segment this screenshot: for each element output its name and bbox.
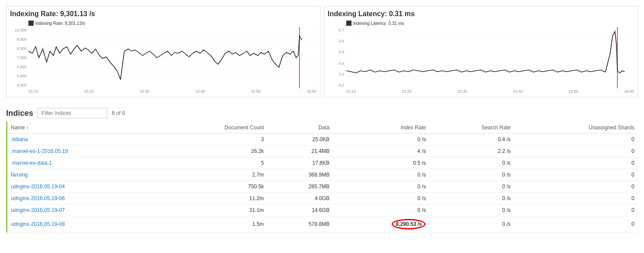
cell-search-rate: 0 /s [429,169,514,181]
cell-data: 14.6GB [267,204,333,216]
x-label-lat-1: 15:20 [402,89,412,94]
indices-table: Name ↕ Document Count Data Index Rate Se… [6,122,638,232]
cell-data: 17.8KB [267,157,333,169]
y-lat-5: 0.2 [328,83,344,87]
index-link[interactable]: .marvel-es-data-1 [11,160,52,166]
y-lat-0: 0.7 [328,28,344,32]
y-label-6: 4,000 [10,83,27,87]
cell-index-rate: 0 /s [333,134,430,146]
x-label-rate-1: 15:20 [84,89,94,94]
table-row: udnginx-2016.05.19-08 1.5m 578.8MB 9,290… [7,216,638,232]
legend-box-latency [346,21,351,26]
cell-search-rate: 0 /s [429,181,514,193]
index-link[interactable]: udnginx-2016.05.19-06 [11,195,65,201]
index-link[interactable]: udnginx-2016.05.19-04 [11,184,65,190]
cell-name: udnginx-2016.05.19-07 [7,204,159,216]
indexing-latency-chart: Indexing Latency: 0.31 ms Indexing Laten… [324,6,638,97]
cell-doc-count: 1.5m [158,216,267,232]
x-label-rate-0: 15:10 [28,89,38,94]
charts-section: Indexing Rate: 9,301.13 /s Indexing Rate… [0,0,644,104]
col-name[interactable]: Name ↕ [7,122,159,134]
cell-name: fanxing [7,169,159,181]
col-name-label: Name [11,125,25,131]
indexing-rate-chart-inner: 10,000 9,000 8,000 7,000 6,000 5,000 4,0… [10,27,317,88]
filter-indices-input[interactable] [38,108,107,118]
indices-table-body: .kibana 3 25.0KB 0 /s 0.4 /s 0 .marvel-e… [7,134,638,232]
legend-box-rate [28,21,34,26]
x-label-rate-4: 15:50 [251,89,261,94]
indexing-rate-legend: Indexing Rate: 9,301.13/s [28,21,317,26]
indices-count: 8 of 8 [112,110,125,116]
table-row: .marvel-es-1-2016.05.19 26.2k 21.4MB 4 /… [7,146,638,157]
indexing-rate-title: Indexing Rate: 9,301.13 /s [10,10,317,18]
cell-unassigned-shards: 0 [514,181,638,193]
x-label-lat-4: 15:50 [568,89,579,94]
y-axis-rate: 10,000 9,000 8,000 7,000 6,000 5,000 4,0… [10,27,27,88]
y-label-4: 6,000 [10,65,27,69]
y-lat-2: 0.5 [328,50,344,54]
index-link[interactable]: udnginx-2016.05.19-07 [11,207,65,213]
y-label-0: 10,000 [10,28,27,32]
indices-header-row: Name ↕ Document Count Data Index Rate Se… [7,122,638,134]
cell-unassigned-shards: 0 [514,169,638,181]
x-label-lat-0: 15:10 [346,89,356,94]
index-rate-value: 0 /s [417,136,426,142]
cell-doc-count: 2.7m [158,169,267,181]
cell-unassigned-shards: 0 [514,204,638,216]
cell-doc-count: 31.1m [158,204,267,216]
highlight-index-rate: 9,290.53 /s [392,219,426,229]
col-document-count: Document Count [158,122,267,134]
legend-rate-label: Indexing Rate: 9,301.13/s [35,21,85,26]
cell-data: 368.9MB [267,169,333,181]
y-label-5: 5,000 [10,74,27,78]
cell-unassigned-shards: 0 [514,193,638,204]
cell-search-rate: 0 /s [429,216,514,232]
index-rate-value: 0 /s [417,207,426,213]
cell-data: 25.0KB [267,134,333,146]
cell-doc-count: 3 [158,134,267,146]
cell-index-rate: 0 /s [333,169,430,181]
cell-search-rate: 0 /s [429,193,514,204]
index-link[interactable]: udnginx-2016.05.19-08 [11,221,65,227]
col-index-rate: Index Rate [333,122,430,134]
col-search-rate: Search Rate [429,122,514,134]
index-rate-value: 4 /s [417,148,426,154]
cell-data: 285.7MB [267,181,333,193]
y-lat-1: 0.6 [328,39,344,43]
table-row: udnginx-2016.05.19-04 750.5k 285.7MB 0 /… [7,181,638,193]
cell-name: udnginx-2016.05.19-08 [7,216,159,232]
index-rate-value: 0 /s [417,184,426,190]
indexing-latency-title: Indexing Latency: 0.31 ms [328,10,634,18]
y-label-3: 7,000 [10,55,27,60]
table-row: .kibana 3 25.0KB 0 /s 0.4 /s 0 [7,134,638,146]
latency-svg [346,27,634,88]
index-rate-value: 0 /s [417,195,426,201]
cell-data: 4.0GB [267,193,333,204]
cell-unassigned-shards: 0 [514,134,638,146]
indices-header: Indices 8 of 8 [6,108,638,118]
table-row: udnginx-2016.05.19-07 31.1m 14.6GB 0 /s … [7,204,638,216]
cell-name: .kibana [7,134,159,146]
sort-icon: ↕ [26,125,28,130]
cell-index-rate: 0 /s [333,193,430,204]
x-axis-latency: 15:10 15:20 15:30 15:40 15:50 16:00 [328,89,634,94]
indexing-latency-legend: Indexing Latency: 0.31 ms [346,21,634,26]
index-link[interactable]: fanxing [11,172,28,178]
x-label-rate-3: 15:40 [195,89,205,94]
index-link[interactable]: .kibana [11,136,28,142]
x-label-lat-3: 15:40 [513,89,523,94]
cell-index-rate: 0 /s [333,181,430,193]
cell-unassigned-shards: 0 [514,157,638,169]
y-lat-3: 0.4 [328,61,344,66]
x-label-rate-5: 16:00 [307,89,317,94]
cell-index-rate: 9,290.53 /s [333,216,430,232]
cell-search-rate: 0 /s [429,204,514,216]
table-row: .marvel-es-data-1 5 17.8KB 0.5 /s 0 /s 0 [7,157,638,169]
x-label-lat-2: 15:30 [457,89,467,94]
cell-doc-count: 750.5k [158,181,267,193]
cell-unassigned-shards: 0 [514,146,638,157]
index-link[interactable]: .marvel-es-1-2016.05.19 [11,148,68,154]
cell-unassigned-shards: 0 [514,216,638,232]
cell-name: .marvel-es-data-1 [7,157,159,169]
rate-svg [28,27,317,88]
